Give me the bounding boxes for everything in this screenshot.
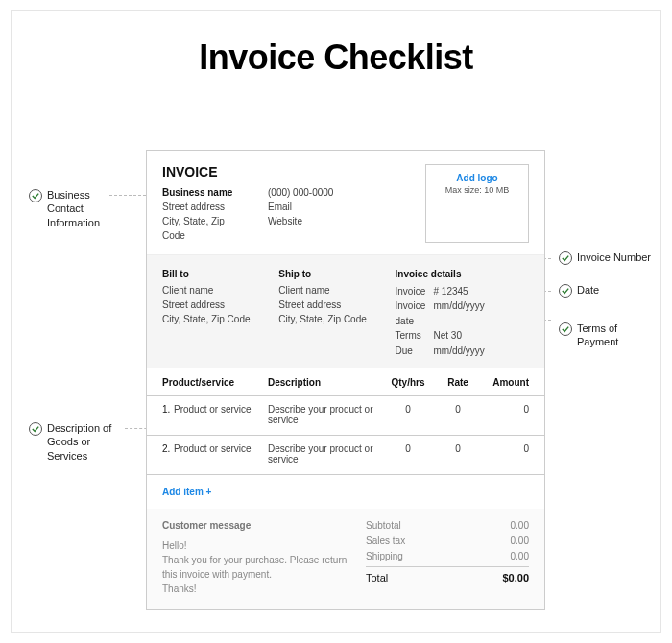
check-icon xyxy=(559,284,572,298)
logo-max-size: Max size: 10 MB xyxy=(426,185,528,195)
business-website: Website xyxy=(268,214,302,243)
callout-invoice-number: Invoice Number xyxy=(559,250,651,265)
customer-message: Customer message Hello! Thank you for yo… xyxy=(162,518,352,596)
add-logo-link[interactable]: Add logo xyxy=(426,173,528,183)
invoice-footer: Customer message Hello! Thank you for yo… xyxy=(147,509,544,609)
invoice-card: INVOICE Business name (000) 000-0000 Str… xyxy=(146,150,545,610)
bill-to: Bill to Client name Street address City,… xyxy=(162,267,265,358)
check-icon xyxy=(29,189,42,202)
invoice-details: Invoice details Invoice# 12345 Invoice d… xyxy=(396,267,529,358)
totals-block: Subtotal0.00 Sales tax0.00 Shipping0.00 … xyxy=(366,518,529,596)
line-item-row: 1. Product or service Describe your prod… xyxy=(147,396,544,436)
ship-to: Ship to Client name Street address City,… xyxy=(278,267,381,358)
business-csz: City, State, Zip Code xyxy=(162,214,249,243)
business-street: Street address xyxy=(162,200,249,214)
business-name: Business name xyxy=(162,185,249,200)
check-icon xyxy=(559,251,572,265)
business-phone: (000) 000-0000 xyxy=(268,185,333,200)
check-icon xyxy=(29,422,42,436)
business-email: Email xyxy=(268,200,292,214)
bill-ship-details: Bill to Client name Street address City,… xyxy=(147,254,544,368)
callout-terms: Terms of Payment xyxy=(559,322,654,349)
callout-date: Date xyxy=(559,283,599,298)
page-title: Invoice Checklist xyxy=(12,37,660,78)
business-info: INVOICE Business name (000) 000-0000 Str… xyxy=(162,164,425,243)
add-logo-box[interactable]: Add logo Max size: 10 MB xyxy=(425,164,529,243)
callout-description-goods: Description of Goods or Services xyxy=(29,421,124,463)
line-item-row: 2. Product or service Describe your prod… xyxy=(147,436,544,475)
line-items-header: Product/service Description Qty/hrs Rate… xyxy=(147,368,544,396)
invoice-label: INVOICE xyxy=(162,164,425,179)
invoice-header: INVOICE Business name (000) 000-0000 Str… xyxy=(147,151,544,254)
add-item-link[interactable]: Add item + xyxy=(147,475,544,509)
diagram-frame: Invoice Checklist Business Contact Infor… xyxy=(11,10,661,633)
check-icon xyxy=(559,322,572,336)
